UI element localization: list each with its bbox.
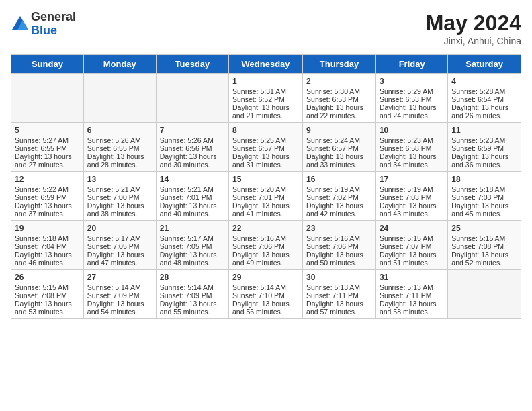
sunset-text: Sunset: 6:56 PM (160, 144, 225, 152)
sunset-text: Sunset: 6:59 PM (451, 144, 517, 152)
sunrise-text: Sunrise: 5:13 AM (306, 283, 372, 291)
location: Jinxi, Anhui, China (426, 36, 521, 46)
day-number: 30 (306, 273, 372, 282)
calendar-cell: 25Sunrise: 5:15 AMSunset: 7:08 PMDayligh… (448, 221, 521, 270)
daylight-text: Daylight: 13 hours and 36 minutes. (451, 152, 517, 169)
daylight-text: Daylight: 13 hours and 49 minutes. (232, 250, 299, 267)
day-number: 14 (160, 175, 225, 184)
day-number: 10 (380, 126, 444, 135)
calendar-cell: 31Sunrise: 5:13 AMSunset: 7:11 PMDayligh… (375, 270, 447, 319)
sunrise-text: Sunrise: 5:20 AM (232, 185, 299, 193)
logo-blue: Blue (31, 24, 76, 38)
calendar-cell: 7Sunrise: 5:26 AMSunset: 6:56 PMDaylight… (156, 123, 228, 172)
day-number: 7 (160, 126, 225, 135)
sunrise-text: Sunrise: 5:30 AM (306, 87, 372, 95)
day-number: 19 (15, 224, 80, 233)
calendar-cell: 21Sunrise: 5:17 AMSunset: 7:05 PMDayligh… (156, 221, 228, 270)
sunset-text: Sunset: 6:53 PM (306, 95, 372, 103)
calendar-table: SundayMondayTuesdayWednesdayThursdayFrid… (11, 54, 521, 319)
daylight-text: Daylight: 13 hours and 24 minutes. (380, 103, 444, 120)
sunset-text: Sunset: 7:04 PM (15, 242, 80, 250)
logo-general: General (31, 11, 76, 24)
day-number: 22 (232, 224, 299, 233)
sunrise-text: Sunrise: 5:19 AM (380, 185, 444, 193)
daylight-text: Daylight: 13 hours and 27 minutes. (15, 152, 80, 169)
sunrise-text: Sunrise: 5:22 AM (15, 185, 80, 193)
day-number: 13 (87, 175, 152, 184)
daylight-text: Daylight: 13 hours and 46 minutes. (15, 250, 80, 267)
day-number: 31 (380, 273, 444, 282)
sunset-text: Sunset: 7:03 PM (451, 193, 517, 201)
sunrise-text: Sunrise: 5:16 AM (232, 234, 299, 242)
daylight-text: Daylight: 13 hours and 38 minutes. (87, 201, 152, 218)
header-day: Sunday (11, 55, 84, 74)
sunset-text: Sunset: 7:05 PM (87, 242, 152, 250)
daylight-text: Daylight: 13 hours and 48 minutes. (160, 250, 225, 267)
day-number: 9 (306, 126, 372, 135)
sunset-text: Sunset: 6:54 PM (451, 95, 517, 103)
daylight-text: Daylight: 13 hours and 31 minutes. (232, 152, 299, 169)
sunrise-text: Sunrise: 5:14 AM (232, 283, 299, 291)
calendar-cell: 6Sunrise: 5:26 AMSunset: 6:55 PMDaylight… (83, 123, 156, 172)
calendar-cell: 20Sunrise: 5:17 AMSunset: 7:05 PMDayligh… (83, 221, 156, 270)
header-day: Saturday (448, 55, 521, 74)
calendar-cell: 29Sunrise: 5:14 AMSunset: 7:10 PMDayligh… (229, 270, 303, 319)
day-number: 8 (232, 126, 299, 135)
calendar-cell: 17Sunrise: 5:19 AMSunset: 7:03 PMDayligh… (375, 172, 447, 221)
sunset-text: Sunset: 7:06 PM (232, 242, 299, 250)
day-number: 21 (160, 224, 225, 233)
sunset-text: Sunset: 7:02 PM (306, 193, 372, 201)
daylight-text: Daylight: 13 hours and 42 minutes. (306, 201, 372, 218)
sunset-text: Sunset: 7:03 PM (380, 193, 444, 201)
day-number: 29 (232, 273, 299, 282)
daylight-text: Daylight: 13 hours and 22 minutes. (306, 103, 372, 120)
calendar-cell: 11Sunrise: 5:23 AMSunset: 6:59 PMDayligh… (448, 123, 521, 172)
day-number: 1 (232, 77, 299, 86)
daylight-text: Daylight: 13 hours and 26 minutes. (451, 103, 517, 120)
day-number: 3 (380, 77, 444, 86)
sunset-text: Sunset: 6:57 PM (232, 144, 299, 152)
calendar-cell: 12Sunrise: 5:22 AMSunset: 6:59 PMDayligh… (11, 172, 84, 221)
calendar-cell: 18Sunrise: 5:18 AMSunset: 7:03 PMDayligh… (448, 172, 521, 221)
daylight-text: Daylight: 13 hours and 37 minutes. (15, 201, 80, 218)
calendar-week-row: 19Sunrise: 5:18 AMSunset: 7:04 PMDayligh… (11, 221, 521, 270)
daylight-text: Daylight: 13 hours and 47 minutes. (87, 250, 152, 267)
sunrise-text: Sunrise: 5:16 AM (306, 234, 372, 242)
sunrise-text: Sunrise: 5:21 AM (160, 185, 225, 193)
calendar-cell: 15Sunrise: 5:20 AMSunset: 7:01 PMDayligh… (229, 172, 303, 221)
day-number: 11 (451, 126, 517, 135)
header-day: Monday (83, 55, 156, 74)
sunrise-text: Sunrise: 5:25 AM (232, 136, 299, 144)
day-number: 16 (306, 175, 372, 184)
sunrise-text: Sunrise: 5:21 AM (87, 185, 152, 193)
day-number: 6 (87, 126, 152, 135)
daylight-text: Daylight: 13 hours and 40 minutes. (160, 201, 225, 218)
sunset-text: Sunset: 7:11 PM (306, 291, 372, 300)
calendar-cell: 2Sunrise: 5:30 AMSunset: 6:53 PMDaylight… (303, 74, 376, 123)
header-day: Tuesday (156, 55, 228, 74)
sunset-text: Sunset: 7:08 PM (15, 291, 80, 300)
calendar-week-row: 1Sunrise: 5:31 AMSunset: 6:52 PMDaylight… (11, 74, 521, 123)
calendar-cell: 23Sunrise: 5:16 AMSunset: 7:06 PMDayligh… (303, 221, 376, 270)
daylight-text: Daylight: 13 hours and 54 minutes. (87, 300, 152, 316)
sunset-text: Sunset: 7:01 PM (160, 193, 225, 201)
sunset-text: Sunset: 6:57 PM (306, 144, 372, 152)
calendar-cell: 30Sunrise: 5:13 AMSunset: 7:11 PMDayligh… (303, 270, 376, 319)
day-number: 15 (232, 175, 299, 184)
calendar-cell: 8Sunrise: 5:25 AMSunset: 6:57 PMDaylight… (229, 123, 303, 172)
sunset-text: Sunset: 7:08 PM (451, 242, 517, 250)
daylight-text: Daylight: 13 hours and 58 minutes. (380, 300, 444, 316)
sunrise-text: Sunrise: 5:31 AM (232, 87, 299, 95)
daylight-text: Daylight: 13 hours and 50 minutes. (306, 250, 372, 267)
calendar-week-row: 5Sunrise: 5:27 AMSunset: 6:55 PMDaylight… (11, 123, 521, 172)
sunrise-text: Sunrise: 5:14 AM (160, 283, 225, 291)
sunset-text: Sunset: 7:06 PM (306, 242, 372, 250)
day-number: 12 (15, 175, 80, 184)
sunrise-text: Sunrise: 5:15 AM (451, 234, 517, 242)
sunrise-text: Sunrise: 5:24 AM (306, 136, 372, 144)
sunrise-text: Sunrise: 5:19 AM (306, 185, 372, 193)
day-number: 2 (306, 77, 372, 86)
logo: General Blue (11, 11, 76, 38)
sunrise-text: Sunrise: 5:18 AM (451, 185, 517, 193)
daylight-text: Daylight: 13 hours and 51 minutes. (380, 250, 444, 267)
